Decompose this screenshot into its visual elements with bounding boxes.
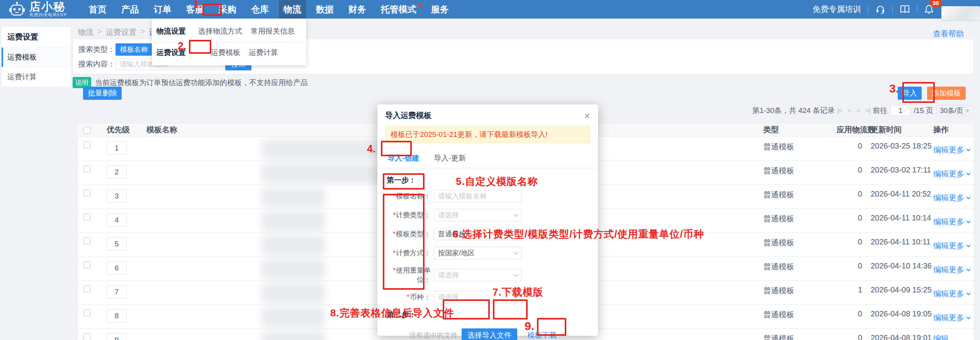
menu-item-choose-logistics[interactable]: 选择物流方式 (198, 26, 242, 36)
edit-link[interactable]: 编辑 (933, 241, 949, 251)
menu-item-customs-info[interactable]: 常用报关信息 (251, 26, 295, 36)
nav-purchase[interactable]: 采购 (214, 0, 241, 19)
billing-type-label: *计费类型： (387, 210, 434, 220)
nav-data[interactable]: 数据 (311, 0, 338, 19)
first-page-icon[interactable]: |< (837, 107, 842, 114)
headset-icon[interactable] (875, 4, 885, 14)
edit-link[interactable]: 编辑 (933, 193, 949, 203)
edit-link[interactable]: 编辑 (933, 265, 949, 275)
row-checkbox[interactable] (83, 142, 90, 149)
more-link[interactable]: 更多 (949, 217, 970, 227)
more-link[interactable]: 更多 (949, 265, 970, 275)
view-help-link[interactable]: 查看帮助 (933, 29, 964, 39)
add-template-button[interactable]: 添加模板 (927, 87, 966, 100)
edit-link[interactable]: 编辑 (933, 217, 949, 227)
nav-orders[interactable]: 订单 (149, 0, 176, 19)
more-link[interactable]: 更多 (949, 193, 970, 203)
priority-input[interactable] (107, 285, 127, 299)
nav-warehouse[interactable]: 仓库 (246, 0, 273, 19)
sidebar-item-freight-template[interactable]: 运费模板 (2, 47, 71, 67)
tab-import-create[interactable]: 导入-创建 (387, 150, 420, 168)
billing-type-select[interactable]: 请选择 (434, 209, 522, 221)
nav-services[interactable]: 服务 (426, 0, 453, 19)
edit-link[interactable]: 编辑 (933, 333, 949, 340)
search-type-label: 搜索类型： (78, 44, 115, 55)
tab-import-update[interactable]: 导入-更新 (433, 150, 466, 168)
edit-link[interactable]: 编辑 (933, 169, 949, 179)
row-checkbox[interactable] (83, 261, 90, 268)
row-checkbox[interactable] (83, 166, 90, 173)
edit-link[interactable]: 编辑 (933, 145, 949, 155)
user-avatar-blurred[interactable] (941, 6, 980, 20)
nav-service[interactable]: 客服 (182, 0, 209, 19)
more-link[interactable]: 更多 (949, 169, 970, 179)
template-type-select[interactable]: 普通模板 (434, 228, 522, 240)
next-page-icon[interactable]: > (856, 107, 860, 114)
app-subtitle: 免费跨境电商ERP (29, 12, 67, 18)
nav-products[interactable]: 产品 (117, 0, 144, 19)
priority-input[interactable] (107, 166, 127, 179)
more-link[interactable]: 更多 (949, 241, 970, 251)
search-type-chip[interactable]: 模板名称 (115, 43, 153, 56)
row-checkbox[interactable] (83, 333, 90, 340)
weight-unit-select[interactable]: 请选择 (434, 269, 522, 281)
nav-logistics[interactable]: 物流 (279, 0, 306, 19)
page-size-select[interactable]: 30条/页▼ (936, 105, 973, 116)
priority-input[interactable] (107, 142, 127, 155)
more-link[interactable]: 更多 (949, 145, 970, 155)
menu-item-freight-calc[interactable]: 运费计算 (249, 48, 278, 58)
row-checkbox[interactable] (83, 285, 90, 292)
prev-page-icon[interactable]: < (848, 107, 851, 114)
priority-input[interactable] (107, 190, 127, 203)
row-checkbox[interactable] (83, 190, 90, 196)
row-checkbox[interactable] (83, 214, 90, 220)
priority-input[interactable] (107, 309, 127, 323)
bell-icon[interactable]: 30 (924, 4, 934, 14)
nav-home[interactable]: 首页 (84, 0, 111, 19)
priority-input[interactable] (107, 333, 127, 340)
book-icon[interactable] (900, 5, 910, 14)
currency-label: *币种： (387, 292, 434, 302)
choose-import-file-button[interactable]: 选择导入文件 (462, 328, 517, 340)
nav-hosting[interactable]: 托管模式 (376, 0, 421, 19)
priority-input[interactable] (107, 237, 127, 251)
priority-input[interactable] (107, 214, 127, 227)
more-link[interactable]: 更多 (949, 289, 970, 299)
breadcrumb-logistics[interactable]: 物流 (78, 27, 93, 38)
nav-finance[interactable]: 财务 (344, 0, 371, 19)
edit-link[interactable]: 编辑 (933, 313, 949, 323)
billing-method-select[interactable]: 按国家/地区 (434, 247, 522, 259)
row-checkbox[interactable] (83, 237, 90, 244)
page-number-input[interactable] (890, 105, 910, 116)
chevron-down-icon (966, 243, 970, 247)
menu-group-logistics-settings: 物流设置 (156, 26, 190, 36)
app-logo[interactable]: 店小秘 免费跨境电商ERP (8, 1, 67, 18)
more-link[interactable]: 更多 (949, 313, 970, 323)
select-all-checkbox[interactable] (83, 127, 90, 134)
chevron-down-icon (513, 231, 518, 236)
download-template-link[interactable]: 模板下载 (527, 330, 557, 340)
template-name-redacted (262, 283, 325, 303)
sidebar-item-freight-calc[interactable]: 运费计算 (2, 67, 71, 87)
weight-unit-label: *使用重量单位： (387, 266, 434, 284)
col-ops: 操作 (927, 123, 974, 137)
breadcrumb-freight-settings[interactable]: 运费设置 (106, 27, 137, 38)
search-content-label: 搜索内容： (78, 59, 115, 69)
menu-item-freight-template[interactable]: 运费模板 (211, 48, 240, 58)
last-page-icon[interactable]: >| (865, 107, 870, 114)
menu-group-freight-settings: 运费设置 (156, 48, 190, 58)
batch-delete-button[interactable]: 批量删除 (83, 87, 122, 100)
priority-input[interactable] (107, 261, 127, 275)
col-priority: 优先级 (101, 123, 141, 137)
currency-select[interactable]: 请选择 (434, 291, 522, 303)
free-training-link[interactable]: 免费专属培训 (812, 4, 861, 15)
close-icon[interactable]: × (584, 112, 590, 120)
chevron-down-icon (513, 272, 518, 277)
edit-link[interactable]: 编辑 (933, 289, 949, 299)
template-name-redacted (262, 187, 325, 207)
chevron-down-icon (966, 171, 970, 175)
import-button[interactable]: 导入 (898, 87, 922, 100)
robot-logo-icon (8, 2, 25, 17)
row-checkbox[interactable] (83, 309, 90, 316)
template-name-input[interactable] (434, 190, 522, 202)
